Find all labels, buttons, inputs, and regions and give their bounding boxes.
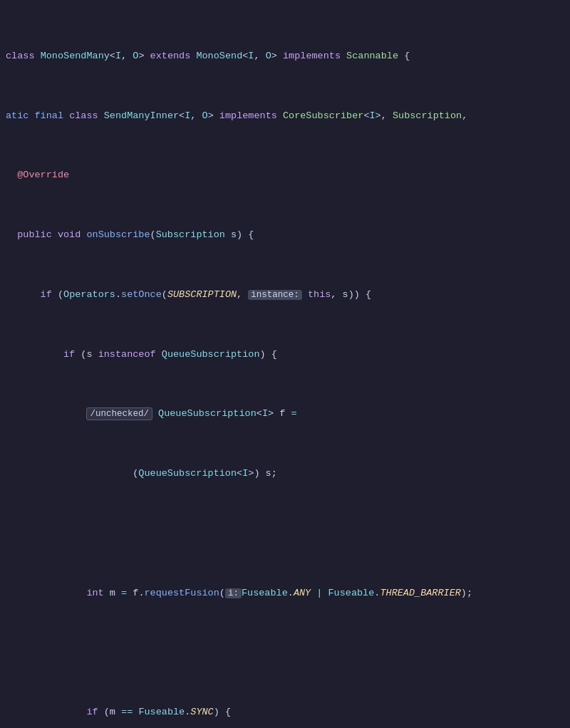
line-10: int m = f.requestFusion(i:Fuseable.ANY |… <box>0 586 570 601</box>
line-12: if (m == Fuseable.SYNC) { <box>0 705 570 720</box>
line-5: if (Operators.setOnce(SUBSCRIPTION, inst… <box>0 288 570 303</box>
line-4: public void onSubscribe(Subscription s) … <box>0 228 570 243</box>
line-2: atic final class SendManyInner<I, O> imp… <box>0 109 570 124</box>
line-1: class MonoSendMany<I, O> extends MonoSen… <box>0 49 570 64</box>
line-11 <box>0 645 570 660</box>
line-9 <box>0 526 570 541</box>
line-8: (QueueSubscription<I>) s; <box>0 467 570 482</box>
code-editor: class MonoSendMany<I, O> extends MonoSen… <box>0 0 570 728</box>
line-6: if (s instanceof QueueSubscription) { <box>0 348 570 363</box>
line-3: @Override <box>0 168 570 183</box>
line-7: /unchecked/ QueueSubscription<I> f = <box>0 407 570 422</box>
